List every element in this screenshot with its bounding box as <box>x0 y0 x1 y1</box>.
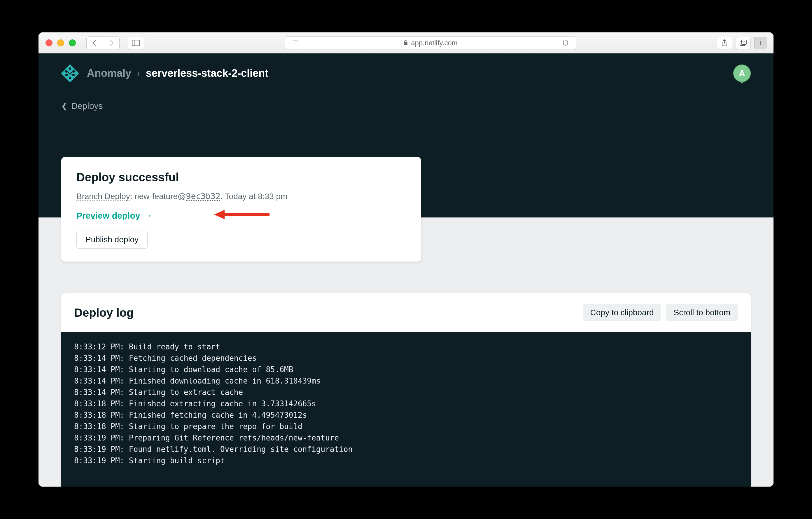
share-button[interactable] <box>717 37 732 49</box>
deploy-log-body[interactable]: 8:33:12 PM: Build ready to start 8:33:14… <box>61 332 751 487</box>
avatar[interactable]: A <box>733 64 751 82</box>
chevron-right-icon: › <box>137 68 140 78</box>
app-content: Anomaly › serverless-stack-2-client A ❮ … <box>38 53 774 487</box>
publish-deploy-label: Publish deploy <box>85 235 139 244</box>
close-window-icon[interactable] <box>46 39 53 47</box>
svg-point-15 <box>72 71 75 73</box>
arrow-right-icon: → <box>144 211 152 220</box>
deploy-log-card: Deploy log Copy to clipboard Scroll to b… <box>61 293 751 487</box>
commit-hash[interactable]: 9ec3b32 <box>186 191 221 201</box>
deploy-log-actions: Copy to clipboard Scroll to bottom <box>583 304 738 321</box>
svg-point-17 <box>72 74 75 76</box>
deploy-summary-card: Deploy successful Branch Deploy: new-fea… <box>61 157 421 262</box>
minimize-window-icon[interactable] <box>57 39 64 47</box>
branch-name: new-feature <box>135 192 178 201</box>
browser-chrome: app.netlify.com + <box>38 32 774 53</box>
branch-deploy-label[interactable]: Branch Deploy <box>77 192 130 201</box>
back-label: Deploys <box>71 101 103 111</box>
forward-button[interactable] <box>103 37 119 49</box>
preview-deploy-link[interactable]: Preview deploy → <box>77 211 152 221</box>
deploy-log-title: Deploy log <box>74 306 134 319</box>
toolbar-right: + <box>717 37 766 49</box>
reader-mode-icon[interactable] <box>289 40 302 46</box>
svg-rect-5 <box>404 42 407 45</box>
netlify-logo-icon[interactable] <box>61 64 79 82</box>
svg-point-16 <box>66 74 67 76</box>
tabs-button[interactable] <box>735 37 751 49</box>
maximize-window-icon[interactable] <box>69 39 76 47</box>
publish-deploy-button[interactable]: Publish deploy <box>77 230 148 249</box>
preview-deploy-label: Preview deploy <box>77 211 140 221</box>
copy-to-clipboard-button[interactable]: Copy to clipboard <box>583 304 662 321</box>
back-to-deploys-link[interactable]: ❮ Deploys <box>38 91 774 111</box>
svg-rect-9 <box>742 40 746 44</box>
sidebar-toggle-icon[interactable] <box>128 37 144 49</box>
breadcrumb-project[interactable]: serverless-stack-2-client <box>146 67 268 79</box>
browser-window: app.netlify.com + <box>38 32 774 487</box>
address-bar[interactable]: app.netlify.com <box>285 36 576 49</box>
address-bar-wrap: app.netlify.com <box>149 36 712 49</box>
deploy-timestamp: Today at 8:33 pm <box>225 192 288 201</box>
annotation-arrow-icon <box>214 209 269 220</box>
deploy-subtitle: Branch Deploy: new-feature@9ec3b32. Toda… <box>77 190 406 202</box>
svg-point-18 <box>69 68 71 70</box>
svg-marker-21 <box>214 210 225 219</box>
breadcrumb: Anomaly › serverless-stack-2-client <box>87 67 268 79</box>
address-url: app.netlify.com <box>302 39 559 47</box>
avatar-letter: A <box>739 68 745 78</box>
breadcrumb-team[interactable]: Anomaly <box>87 67 131 79</box>
lock-icon <box>403 40 408 46</box>
svg-rect-8 <box>740 41 745 46</box>
scroll-to-bottom-button[interactable]: Scroll to bottom <box>666 304 738 321</box>
window-controls <box>46 39 76 47</box>
reload-button[interactable] <box>559 40 572 46</box>
back-button[interactable] <box>87 37 103 49</box>
svg-point-14 <box>66 71 67 73</box>
nav-buttons <box>86 36 120 49</box>
deploy-log-header: Deploy log Copy to clipboard Scroll to b… <box>61 293 751 332</box>
chevron-left-icon: ❮ <box>61 102 68 111</box>
svg-point-19 <box>69 77 71 79</box>
deploy-title: Deploy successful <box>77 171 406 184</box>
new-tab-button[interactable]: + <box>754 37 766 49</box>
header-bar: Anomaly › serverless-stack-2-client A <box>38 53 774 82</box>
url-text: app.netlify.com <box>411 39 458 47</box>
svg-rect-0 <box>133 40 140 46</box>
